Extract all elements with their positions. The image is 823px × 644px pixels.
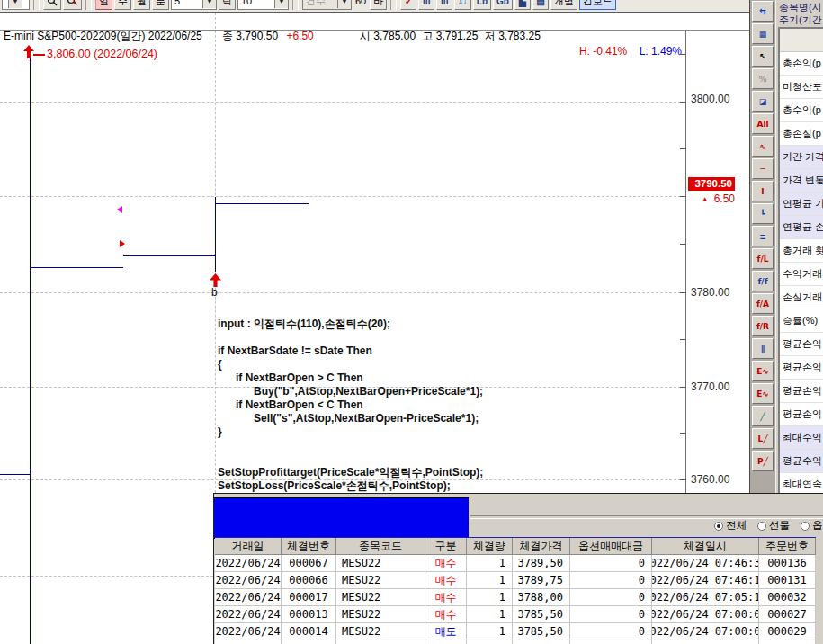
band-icon[interactable]: ▤ [532,0,549,10]
low-high-icon[interactable]: L╱ [752,428,774,449]
period-minute-button[interactable]: 분 [152,0,169,10]
signal-check-icon[interactable]: ✓ [400,0,416,10]
swap-arrows-icon[interactable]: ⇆ [752,1,774,22]
histogram2-icon: ılı [441,0,448,6]
filter-radio-옵[interactable]: 옵 [801,519,823,532]
buy-signal-arrow-icon [210,273,221,287]
gridline [0,292,685,293]
fib-arc-icon[interactable]: f/A [752,293,774,314]
report-row: 수익거래 [780,263,823,286]
bar-button[interactable]: 바 [370,0,387,10]
filter-radio-선물[interactable]: 선물 [757,519,790,532]
table-row[interactable]: 2022/06/24000067MESU22 매수 1 3789,5002022… [215,555,816,572]
elliott-wave-icon[interactable]: E∿ [752,361,774,381]
pivot-icon[interactable]: P╱ [752,451,774,471]
grid-panel-icon[interactable]: ▦ [752,23,774,44]
vertical-range-icon[interactable]: I [752,181,774,201]
fib-retrace-icon[interactable]: f/R [752,316,774,336]
axis-tick [680,387,686,388]
table-row[interactable]: 2022/06/24000066MESU22 매수 1 3789,7502022… [215,572,816,589]
axis-price-label: 3760.00 [691,473,743,486]
keyboard-button[interactable]: 킵보드 [579,0,616,10]
pencil-icon[interactable]: ╱ [752,406,774,426]
column-header[interactable]: 거래일 [215,538,282,554]
report-row: 손실거래 [780,286,823,309]
hl-percent: H: -0.41% L: 1.49% [538,45,682,58]
table-header-row: 거래일체결번호종목코드구분체결량체결가격옵션매매대금체결일시주문번호 [215,538,816,555]
percent-icon[interactable]: % [752,68,774,89]
period-tick-button[interactable]: 틱 [219,0,236,10]
symbol-combo[interactable]: ▼ [2,0,30,10]
radio-icon [757,522,766,531]
period-week-button[interactable]: 주 [114,0,131,10]
parallel-channel-icon[interactable]: ∥ [752,338,774,359]
histogram-icon[interactable]: ılı [418,0,434,10]
sell-marker-icon [117,206,122,213]
table-row[interactable]: 2022/06/24000013MESU22 매수 1 3785,5002022… [215,606,816,623]
report-sidebar: 종목명(시 주기(기간 총손익(p미청산포총수익(p총손실(p기간 가격가격 변… [775,0,823,493]
toolbar-separator [33,0,40,10]
eraser-all-icon[interactable]: All [752,113,774,134]
column-header[interactable]: 체결량 [467,538,513,554]
minute-count-combo[interactable]: 5▼ [171,0,217,10]
report-row: 최대수익 [780,426,823,450]
column-header[interactable]: 체결번호 [282,538,336,554]
column-header[interactable]: 체결일시 [652,538,759,554]
report-row: 미청산포 [780,76,823,99]
report-row: 최대연속 [780,473,823,493]
chart-line-segment [215,197,216,272]
radio-label: 선물 [769,519,790,532]
quote-ohl: 시 3,785.00 고 3,791.25 저 3,783.25 [360,29,541,44]
save-chart-icon[interactable]: ▙ [514,0,531,10]
quote-change: +6.50 [286,30,313,42]
quote-close: 종 3,790.50 +6.50 [222,29,314,44]
period-month-button[interactable]: 월 [133,0,150,10]
price-axis[interactable]: 3790.50 ▲6.50 3800.003780.003770.003760.… [685,31,750,493]
report-row [780,29,823,52]
histogram2-icon[interactable]: ılı [436,0,452,10]
table-row[interactable]: 2022/06/24000014MESU22 매도 1 3785,5002022… [215,623,816,640]
current-change: ▲6.50 [688,192,735,205]
trend-chart-icon[interactable]: ∿ [752,136,774,157]
chevron-down-icon: ▼ [337,0,351,8]
column-header[interactable]: 주문번호 [759,538,816,554]
filter-radio-전체[interactable]: 전체 [714,519,747,532]
chart-line-segment [0,474,30,475]
individual-button[interactable]: 개별 [550,0,577,10]
sort-arrow-icon[interactable]: 1↓ [454,0,471,10]
tick-count-combo[interactable]: 10▼ [237,0,289,10]
column-header[interactable]: 옵션매매대금 [570,538,652,554]
chevron-down-icon: ▼ [202,0,216,8]
axis-tick [680,54,686,55]
horizontal-line-icon[interactable]: ─ [752,158,774,179]
axis-price-label: 3800.00 [691,93,743,105]
label-left-icon[interactable]: Lb [473,0,491,10]
table-filler-row [215,640,816,644]
fib-line-icon[interactable]: f/L [752,248,774,269]
report-row: 평균수익 [780,450,823,473]
eraser-icon[interactable]: ◪ [752,91,774,112]
panel-title-bar[interactable] [214,497,469,539]
radio-icon [801,522,810,531]
step-line-icon[interactable]: ┗ [752,203,774,224]
column-header[interactable]: 구분 [425,538,467,554]
toolbar-separator [292,0,299,10]
radio-label: 전체 [726,519,747,532]
gridline [0,196,685,197]
column-header[interactable]: 체결가격 [513,538,570,554]
report-row: 총수익(p [780,99,823,122]
fib-fan-icon[interactable]: f/f [752,271,774,291]
elliott-wave2-icon[interactable]: E∿ [752,383,774,404]
multi-line-icon[interactable]: ≡ [752,226,774,246]
column-header[interactable]: 종목코드 [336,538,425,554]
header-divider [0,30,749,31]
pointer-icon[interactable]: ↖ [752,46,774,67]
label-right-icon[interactable]: Gb [493,0,513,10]
zoom-back-button[interactable] [63,0,82,10]
report-header-line2: 주기(기간 [779,13,823,26]
trading-app-window: ▼ 일 주 월 분 5▼ 틱 10▼ 건수▼ 60 바 ✓ılıılı1↓LbG… [0,0,823,644]
period-day-button[interactable]: 일 [95,0,112,10]
chart-line-segment [30,267,123,268]
table-row[interactable]: 2022/06/24000017MESU22 매수 1 3788,0002022… [215,589,816,606]
zoom-in-button[interactable] [43,0,61,10]
